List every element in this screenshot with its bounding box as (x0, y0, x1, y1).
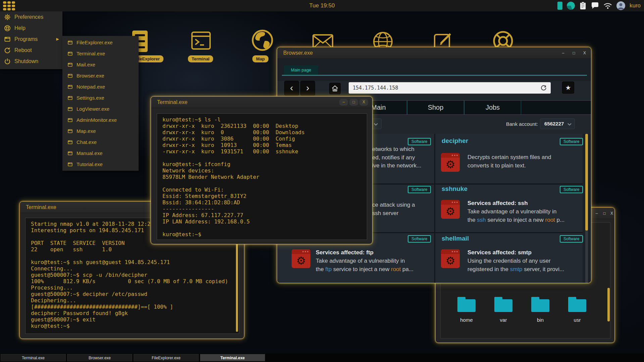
desktop-icon-label: Terminal (188, 55, 213, 62)
menu-item-reboot[interactable]: Reboot (0, 45, 62, 56)
window-icon (67, 140, 73, 145)
maximize-button[interactable]: □ (601, 211, 607, 216)
taskbar-item-active[interactable]: Terminal.exe (200, 354, 265, 361)
minimize-button[interactable]: – (560, 50, 566, 56)
software-card-title[interactable]: decipher (442, 137, 468, 145)
submenu-item-map[interactable]: Map.exe (62, 125, 139, 137)
browser-tab-main-page[interactable]: Main page (284, 65, 318, 75)
bank-account-dropdown[interactable]: 6562227 (540, 118, 575, 129)
forward-button[interactable]: › (300, 81, 315, 96)
reload-icon[interactable] (541, 85, 547, 91)
submenu-item-label: Manual.exe (77, 150, 103, 156)
gear-icon: ⚙ (441, 253, 460, 268)
folder-icon[interactable] (494, 299, 512, 312)
terminal-icon (190, 30, 212, 52)
clock: Tue 19:50 (0, 0, 644, 11)
close-button[interactable]: X (582, 50, 588, 56)
scrollbar-thumb[interactable] (585, 134, 588, 230)
back-button[interactable]: ‹ (284, 81, 299, 96)
software-card-title[interactable]: shellmail (442, 235, 469, 242)
software-app-icon: ⚙ (292, 249, 310, 268)
maximize-button[interactable]: □ (571, 50, 577, 56)
submenu-item-fileexplorer[interactable]: FileExplorer.exe (62, 37, 139, 48)
bank-account-value: 6562227 (544, 121, 564, 126)
gear-icon: ⚙ (441, 157, 460, 172)
window-icon (67, 51, 73, 56)
menu-item-label: Preferences (14, 14, 43, 20)
minimize-button[interactable]: – (594, 211, 600, 216)
bookmark-button[interactable]: ★ (562, 82, 574, 94)
menu-item-help[interactable]: Help (0, 22, 62, 34)
submenu-item-label: Map.exe (77, 128, 96, 134)
menu-item-programs[interactable]: Programs ▶ (0, 34, 62, 45)
software-card-description: ce attack using a ssh server (372, 201, 415, 217)
page-tab-shop[interactable]: Shop (407, 100, 464, 115)
window-titlebar[interactable]: Browser.exe (277, 47, 591, 59)
window-icon (67, 62, 73, 67)
submenu-item-terminal[interactable]: Terminal.exe (62, 48, 139, 59)
submenu-item-notepad[interactable]: Notepad.exe (62, 81, 139, 92)
minimize-button[interactable]: – (339, 99, 348, 106)
taskbar: Terminal.exe Browser.exe FileExplorer.ex… (0, 353, 644, 362)
maximize-button[interactable]: □ (349, 99, 358, 106)
submenu-item-tutorial[interactable]: Tutorial.exe (62, 159, 139, 170)
url-bar (349, 82, 551, 94)
star-icon: ★ (565, 84, 571, 91)
avatar[interactable] (616, 1, 625, 10)
folder-icon[interactable] (457, 299, 476, 312)
taskbar-item[interactable]: FileExplorer.exe (134, 354, 199, 361)
home-button[interactable] (329, 83, 341, 94)
folder-label: bin (527, 317, 554, 323)
window-icon (67, 106, 73, 112)
back-icon: ‹ (290, 83, 293, 93)
desktop-icon-map[interactable] (251, 29, 274, 52)
software-badge: Software (560, 138, 583, 145)
desktop-icon-terminal[interactable] (190, 30, 212, 52)
submenu-item-label: LogViewer.exe (77, 106, 109, 112)
folder-icon[interactable] (531, 299, 549, 312)
software-app-icon: ⚙ (441, 153, 460, 172)
window-icon (4, 36, 11, 43)
menu-item-shutdown[interactable]: Shutdown (0, 56, 62, 67)
url-input[interactable] (349, 82, 551, 94)
software-badge: Software (408, 235, 431, 243)
clipboard-icon[interactable] (579, 1, 587, 10)
submenu-item-browser[interactable]: Browser.exe (62, 70, 139, 81)
page-tab-jobs[interactable]: Jobs (464, 100, 521, 115)
scrollbar[interactable] (607, 288, 610, 321)
submenu-item-mail[interactable]: Mail.exe (62, 59, 139, 70)
software-card-title[interactable]: sshnuke (442, 185, 467, 193)
software-card-description: Services affected: ftp Take advantage of… (316, 248, 413, 273)
terminal-output: kuro@test:~$ ls -l drwxr-xr-x kuro 23621… (157, 114, 367, 240)
window-title: Terminal.exe (157, 99, 188, 105)
software-app-icon: ⚙ (441, 249, 460, 268)
chevron-down-icon (374, 123, 378, 125)
terminal-window-center: Terminal.exe – □ X kuro@test:~$ ls -l dr… (151, 96, 373, 244)
submenu-item-adminmonitor[interactable]: AdminMonitor.exe (62, 114, 139, 125)
submenu-item-settings[interactable]: Settings.exe (62, 92, 139, 103)
folder-icon[interactable] (568, 299, 586, 312)
software-card-description: etworks to which ed, notifies if any ive… (372, 145, 421, 170)
taskbar-item[interactable]: Terminal.exe (1, 354, 66, 361)
software-badge: Software (408, 138, 431, 145)
submenu-item-logviewer[interactable]: LogViewer.exe (62, 103, 139, 114)
close-button[interactable]: X (609, 211, 615, 216)
browser-tabstrip: Main page (277, 59, 591, 81)
home-icon (331, 85, 339, 92)
submenu-item-label: Mail.exe (77, 62, 95, 67)
submenu-item-chat[interactable]: Chat.exe (62, 137, 139, 148)
wifi-icon[interactable] (603, 2, 612, 9)
folder-label: var (490, 317, 517, 323)
username[interactable]: kuro (630, 2, 641, 9)
launcher-button[interactable] (3, 1, 16, 10)
submenu-item-manual[interactable]: Manual.exe (62, 148, 139, 159)
desktop: FileExplorer Terminal Map (0, 0, 644, 362)
resource-pie-icon (567, 2, 575, 10)
lifering-icon (4, 25, 11, 32)
menu-item-preferences[interactable]: Preferences (0, 11, 62, 22)
taskbar-item[interactable]: Browser.exe (67, 354, 132, 361)
terminal-output-panel[interactable]: kuro@test:~$ ls -l drwxr-xr-x kuro 23621… (157, 113, 367, 240)
folder-label: usr (564, 317, 591, 323)
chat-icon[interactable] (591, 2, 599, 9)
close-button[interactable]: X (359, 99, 368, 106)
